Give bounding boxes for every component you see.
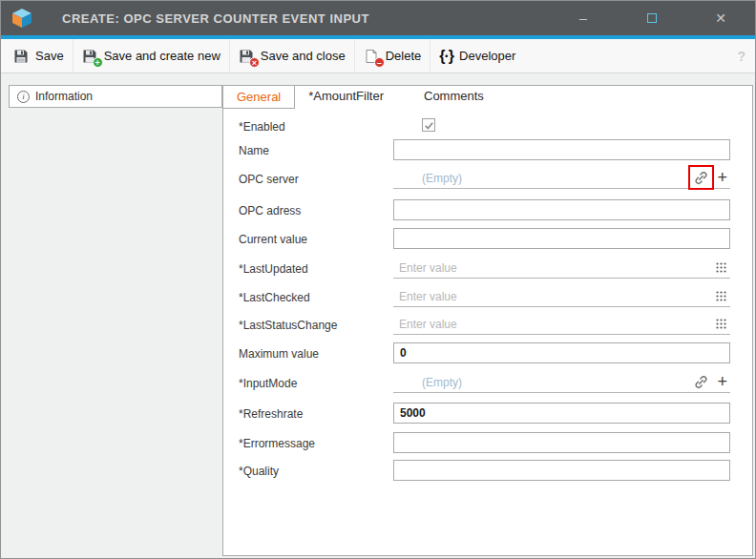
save-and-close-label: Save and close	[261, 49, 346, 63]
delete-icon: –	[364, 49, 380, 64]
current-value-input[interactable]	[393, 228, 730, 249]
quality-input[interactable]	[393, 460, 730, 481]
grid-picker-icon[interactable]	[715, 261, 727, 274]
maximum-value-label: Maximum value	[239, 347, 319, 361]
minimize-button[interactable]: –	[549, 1, 618, 35]
lastchecked-input[interactable]	[399, 290, 709, 303]
tab-general[interactable]: General	[222, 85, 295, 109]
developer-button[interactable]: {·} Developer	[430, 39, 524, 73]
grid-picker-icon[interactable]	[715, 318, 727, 330]
developer-label: Developer	[459, 49, 515, 63]
app-logo	[10, 7, 33, 30]
name-input[interactable]	[393, 139, 730, 160]
information-icon: i	[17, 91, 30, 103]
link-icon	[694, 375, 708, 389]
field-row-inputmode: *InputMode (Empty)	[239, 372, 730, 393]
information-label: Information	[35, 90, 93, 103]
tab-strip: General *AmountFilter Comments	[222, 85, 497, 109]
opc-server-label: OPC server	[239, 173, 299, 186]
field-row-lastchecked: *LastChecked	[239, 286, 730, 307]
laststatuschange-picker[interactable]	[393, 314, 730, 335]
plus-badge-icon: +	[93, 57, 103, 68]
opc-adress-label: OPC adress	[239, 204, 301, 217]
lookup-icons: +	[694, 375, 727, 389]
opc-server-empty-value: (Empty)	[422, 172, 462, 185]
close-badge-icon: ×	[249, 57, 260, 68]
add-icon[interactable]: +	[717, 171, 727, 185]
inputmode-lookup[interactable]: (Empty) +	[393, 372, 730, 393]
save-label: Save	[35, 49, 64, 63]
window-controls: – ✕	[549, 1, 755, 35]
content-area: i Information General *AmountFilter Comm…	[1, 73, 755, 558]
save-close-icon: ×	[239, 49, 255, 64]
app-window: CREATE: OPC SERVER COUNTER EVENT INPUT –…	[0, 0, 756, 559]
laststatuschange-label: *LastStatusChange	[239, 319, 337, 332]
lastupdated-label: *LastUpdated	[239, 262, 308, 276]
current-value-label: Current value	[239, 233, 307, 246]
link-icon-wrap[interactable]	[694, 171, 708, 185]
errormessage-input[interactable]	[393, 432, 730, 453]
help-icon[interactable]: ?	[737, 49, 746, 64]
field-row-errormessage: *Errormessage	[239, 432, 730, 453]
field-row-current-value: Current value	[239, 228, 730, 249]
toolbar: Save + Save and create new	[1, 39, 755, 73]
save-button[interactable]: Save	[5, 39, 74, 73]
lastupdated-picker[interactable]	[393, 258, 730, 279]
enabled-checkbox[interactable]	[422, 118, 435, 132]
maximize-icon	[647, 13, 657, 23]
sidebar-item-information[interactable]: i Information	[9, 85, 222, 108]
field-row-refreshrate: *Refreshrate	[239, 403, 730, 424]
opc-server-lookup[interactable]: (Empty) +	[393, 168, 730, 189]
field-row-name: Name	[239, 139, 730, 160]
delete-button[interactable]: – Delete	[355, 39, 431, 73]
inputmode-label: *InputMode	[239, 377, 297, 390]
name-label: Name	[239, 144, 269, 157]
save-icon	[13, 49, 30, 64]
link-icon	[694, 171, 708, 185]
field-row-opc-server: OPC server (Empty)	[239, 168, 730, 189]
lookup-icons: +	[694, 171, 727, 185]
save-and-create-new-label: Save and create new	[104, 49, 220, 63]
close-button[interactable]: ✕	[686, 1, 755, 35]
link-icon-wrap[interactable]	[694, 375, 708, 389]
refreshrate-input[interactable]	[393, 403, 730, 424]
window-title: CREATE: OPC SERVER COUNTER EVENT INPUT	[62, 11, 369, 26]
field-row-quality: *Quality	[239, 460, 730, 481]
lastchecked-label: *LastChecked	[239, 291, 310, 304]
delete-label: Delete	[386, 49, 422, 63]
opc-adress-input[interactable]	[393, 199, 730, 220]
refreshrate-label: *Refreshrate	[239, 407, 303, 421]
save-and-create-new-button[interactable]: + Save and create new	[74, 39, 230, 73]
delete-badge-icon: –	[374, 57, 385, 68]
maximum-value-input[interactable]	[393, 342, 730, 363]
field-row-laststatuschange: *LastStatusChange	[239, 314, 730, 335]
grid-picker-icon[interactable]	[715, 290, 727, 302]
lastupdated-input[interactable]	[399, 261, 709, 275]
save-new-icon: +	[82, 49, 98, 64]
developer-icon: {·}	[439, 48, 453, 65]
maximize-button[interactable]	[618, 1, 686, 35]
quality-label: *Quality	[239, 465, 279, 478]
detail-panel: General *AmountFilter Comments *Enabled …	[222, 85, 753, 556]
check-icon	[424, 120, 434, 131]
field-row-opc-adress: OPC adress	[239, 199, 730, 220]
field-row-maximum-value: Maximum value	[239, 342, 730, 363]
enabled-label: *Enabled	[239, 120, 285, 134]
tab-amountfilter[interactable]: *AmountFilter	[295, 85, 397, 109]
add-icon[interactable]: +	[717, 375, 727, 389]
lastchecked-picker[interactable]	[393, 286, 730, 307]
save-and-close-button[interactable]: × Save and close	[230, 39, 355, 73]
titlebar: CREATE: OPC SERVER COUNTER EVENT INPUT –…	[1, 1, 755, 35]
errormessage-label: *Errormessage	[239, 437, 315, 450]
field-row-enabled: *Enabled	[239, 115, 730, 136]
tab-comments[interactable]: Comments	[410, 85, 497, 109]
field-row-lastupdated: *LastUpdated	[239, 258, 730, 279]
laststatuschange-input[interactable]	[399, 318, 709, 331]
inputmode-empty-value: (Empty)	[422, 376, 462, 389]
